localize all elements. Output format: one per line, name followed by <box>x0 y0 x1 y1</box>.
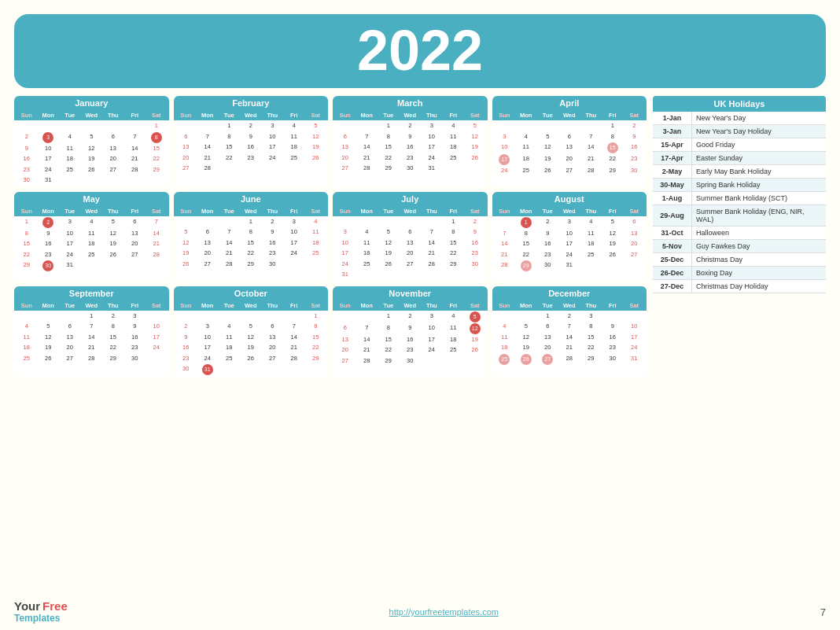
day-cell <box>464 270 486 280</box>
month-days-december: 1234567891011121314151617181920212223242… <box>492 311 647 367</box>
holiday-date: 15-Apr <box>653 138 692 151</box>
day-cell: 18 <box>283 142 305 153</box>
day-cell: 24 <box>38 165 60 175</box>
day-cell: 5 <box>175 227 197 238</box>
day-header-tue: Tue <box>59 111 81 120</box>
day-cell: 29 <box>521 260 532 271</box>
day-cell: 31 <box>558 260 580 271</box>
day-cell: 15 <box>515 239 537 249</box>
month-block-february: FebruarySunMonTueWedThuFriSat12345678910… <box>174 96 329 187</box>
day-cell: 29 <box>146 165 168 175</box>
day-cell: 11 <box>580 229 602 239</box>
day-cell: 21 <box>219 249 241 259</box>
day-cell: 24 <box>59 250 81 260</box>
day-cell: 1 <box>537 311 559 322</box>
day-cell: 29 <box>443 260 465 270</box>
day-cell: 20 <box>334 345 356 356</box>
holiday-date: 2-May <box>653 165 692 178</box>
holiday-date: 25-Dec <box>653 253 692 266</box>
day-cell <box>81 260 103 271</box>
day-cell <box>356 270 378 280</box>
day-cell: 27 <box>334 356 356 367</box>
day-cell: 28 <box>580 166 602 176</box>
day-cell: 21 <box>356 345 378 356</box>
day-cell <box>240 311 262 322</box>
year-header: 2022 <box>14 14 826 88</box>
day-cell: 29 <box>305 354 327 364</box>
day-cell: 3 <box>59 217 81 228</box>
day-cell: 1 <box>81 311 103 322</box>
day-cell: 22 <box>580 343 602 353</box>
day-cell: 6 <box>400 227 422 238</box>
holiday-date: 1-Jan <box>653 112 692 124</box>
day-header-fri: Fri <box>602 207 624 216</box>
day-cell: 18 <box>515 154 537 165</box>
day-cell: 28 <box>558 354 580 365</box>
footer: Your Free Templates http://yourfreetempl… <box>0 600 840 624</box>
day-cell: 15 <box>102 333 124 343</box>
day-header-mon: Mon <box>197 207 219 216</box>
day-cell: 7 <box>81 322 103 332</box>
holiday-name: Summer Bank Holiday (ENG, NIR, WAL) <box>692 205 826 226</box>
day-cell: 26 <box>602 250 624 260</box>
day-cell: 9 <box>624 132 646 142</box>
day-cell: 10 <box>421 323 443 334</box>
day-header-fri: Fri <box>283 111 305 120</box>
day-header-thu: Thu <box>262 111 284 120</box>
day-cell: 26 <box>175 260 197 270</box>
day-cell: 2 <box>464 217 486 227</box>
day-cell: 2 <box>400 121 422 131</box>
day-cell: 23 <box>16 165 38 175</box>
day-cell: 15 <box>580 333 602 343</box>
day-cell: 2 <box>537 217 559 228</box>
day-cell <box>38 121 60 131</box>
day-cell: 9 <box>602 322 624 332</box>
day-cell: 26 <box>305 153 327 164</box>
day-cell <box>602 260 624 271</box>
day-cell: 30 <box>400 356 422 367</box>
day-header-wed: Wed <box>81 301 103 310</box>
day-cell: 7 <box>580 132 602 142</box>
day-cell <box>356 121 378 131</box>
day-cell: 29 <box>102 354 124 364</box>
day-cell <box>81 175 103 186</box>
month-days-july: 1234567891011121314151617181920212223242… <box>333 216 488 282</box>
day-cell: 14 <box>356 142 378 153</box>
footer-url[interactable]: http://yourfreetemplates.com <box>389 607 499 617</box>
day-header-fri: Fri <box>124 111 146 120</box>
day-cell: 23 <box>400 345 422 356</box>
day-cell: 17 <box>262 142 284 153</box>
day-cell: 11 <box>81 229 103 239</box>
day-cell: 4 <box>16 322 38 332</box>
month-block-april: AprilSunMonTueWedThuFriSat12345678910111… <box>492 96 647 187</box>
day-cell: 22 <box>219 153 241 164</box>
month-block-july: JulySunMonTueWedThuFriSat123456789101112… <box>333 192 488 282</box>
day-header-tue: Tue <box>537 207 559 216</box>
day-cell <box>305 364 327 375</box>
day-cell: 6 <box>334 323 356 334</box>
day-cell: 21 <box>81 343 103 353</box>
day-header-sat: Sat <box>146 111 168 120</box>
footer-page: 7 <box>820 606 826 618</box>
day-header-wed: Wed <box>558 207 580 216</box>
day-cell: 25 <box>499 354 510 365</box>
day-cell: 20 <box>624 239 646 249</box>
day-cell: 20 <box>102 154 124 164</box>
day-cell: 5 <box>602 217 624 228</box>
day-cell: 12 <box>602 229 624 239</box>
day-cell: 5 <box>470 311 481 322</box>
day-cell: 1 <box>240 217 262 227</box>
day-cell: 27 <box>624 250 646 260</box>
day-cell: 25 <box>443 345 465 356</box>
logo-free: Free <box>42 600 68 613</box>
day-cell: 16 <box>240 142 262 153</box>
day-cell <box>537 121 559 131</box>
day-cell: 8 <box>240 227 262 238</box>
day-cell: 6 <box>102 132 124 143</box>
day-cell: 8 <box>580 322 602 332</box>
day-cell: 5 <box>537 132 559 142</box>
day-header-thu: Thu <box>580 301 602 310</box>
day-cell: 21 <box>421 249 443 259</box>
day-cell <box>146 175 168 186</box>
day-cell: 9 <box>175 333 197 343</box>
